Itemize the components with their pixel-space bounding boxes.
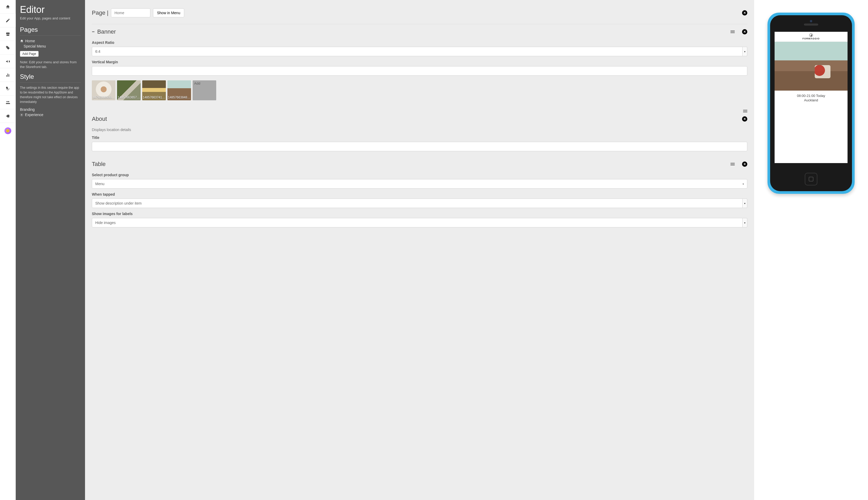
- show-images-label: Show images for labels: [92, 212, 747, 216]
- mic-icon: [5, 87, 10, 91]
- ticket-icon: [5, 45, 10, 50]
- home-icon: [20, 39, 24, 43]
- edit-icon: [5, 18, 10, 23]
- product-group-label: Select product group: [92, 173, 747, 177]
- caret-down-icon: ▾: [742, 182, 744, 185]
- banner-add-button[interactable]: Add: [192, 80, 216, 100]
- aspect-ratio-select[interactable]: 6:4 ▾: [92, 47, 747, 56]
- drag-handle[interactable]: [730, 163, 735, 166]
- chevron-down-icon: ▾: [742, 47, 747, 56]
- section-close-button[interactable]: ✕: [742, 29, 747, 34]
- store-icon: [5, 32, 10, 36]
- users-icon: [5, 100, 10, 105]
- add-page-button[interactable]: Add Page: [20, 51, 38, 57]
- svg-point-0: [21, 114, 22, 115]
- sidebar: Editor Edit your App, pages and content …: [16, 0, 85, 500]
- phone-frame: FORMAGGIO 08:00-21:00 Today Auckland: [767, 13, 855, 194]
- nav-announce[interactable]: [0, 55, 16, 68]
- avatar-icon: 🙂: [4, 127, 11, 134]
- brand-name: FORMAGGIO: [802, 37, 820, 40]
- phone-camera: [810, 20, 812, 22]
- nav-editor[interactable]: [0, 14, 16, 27]
- section-header-table: Table ✕: [92, 159, 747, 169]
- brand-logo-icon: [809, 33, 813, 37]
- product-group-select[interactable]: Menu ▾: [92, 179, 747, 189]
- section-close-button[interactable]: ✕: [742, 116, 747, 122]
- drag-handle[interactable]: [730, 31, 735, 33]
- page-item-special-menu[interactable]: Special Menu: [20, 44, 81, 49]
- style-link-label: Branding: [20, 107, 35, 112]
- chevron-down-icon: ▾: [742, 218, 747, 227]
- nav-mic[interactable]: [0, 82, 16, 95]
- plug-icon: [5, 114, 10, 118]
- thumb-id: 14857663848189: [168, 95, 190, 99]
- thumb-id: 14792008930719: [92, 95, 115, 99]
- nav-users[interactable]: [0, 95, 16, 109]
- when-tapped-select[interactable]: Show description under item ▾: [92, 198, 747, 208]
- banner-thumb[interactable]: 14857663848189: [167, 80, 191, 100]
- vertical-margin-label: Vertical Margin: [92, 60, 747, 64]
- chevron-down-icon: ▾: [742, 198, 747, 208]
- nav-storefront[interactable]: [0, 27, 16, 41]
- nav-coupons[interactable]: [0, 41, 16, 55]
- home-square-icon: [809, 177, 813, 181]
- preview-pane: FORMAGGIO 08:00-21:00 Today Auckland: [754, 0, 868, 500]
- phone-speaker: [804, 24, 818, 25]
- preview-hours: 08:00-21:00 Today: [775, 94, 847, 98]
- page-item-home[interactable]: Home: [20, 38, 81, 44]
- about-title-input[interactable]: [92, 142, 747, 151]
- preview-city: Auckland: [775, 98, 847, 102]
- section-title: Table: [92, 161, 106, 168]
- nav-analytics[interactable]: [0, 68, 16, 82]
- select-value: Show description under item: [92, 198, 742, 208]
- nav-profile[interactable]: 🙂: [0, 124, 16, 138]
- select-value: Hide images: [92, 218, 742, 227]
- section-header-banner: − Banner ✕: [92, 27, 747, 37]
- section-close-button[interactable]: ✕: [742, 161, 747, 167]
- preview-header: FORMAGGIO: [775, 32, 847, 42]
- page-name-input[interactable]: [111, 8, 150, 17]
- when-tapped-label: When tapped: [92, 192, 747, 196]
- nav-home[interactable]: [0, 0, 16, 14]
- nav-rail: 🙂: [0, 0, 16, 500]
- section-title: About: [92, 115, 107, 122]
- style-heading: Style: [20, 73, 81, 83]
- page-item-label: Special Menu: [24, 44, 46, 48]
- home-icon: [5, 4, 10, 9]
- vertical-margin-input[interactable]: [92, 66, 747, 76]
- svg-line-8: [23, 114, 23, 114]
- style-experience[interactable]: Experience: [20, 112, 81, 117]
- page-label: Page |: [92, 10, 108, 16]
- style-link-label: Experience: [25, 113, 43, 117]
- thumb-id: 14857663741819: [143, 95, 165, 99]
- preview-hero-image: [775, 42, 847, 91]
- pages-heading: Pages: [20, 26, 81, 36]
- close-icon: ✕: [742, 116, 747, 122]
- svg-line-6: [23, 116, 23, 116]
- banner-thumb[interactable]: 14857663657519: [117, 80, 141, 100]
- drag-handle[interactable]: [743, 110, 747, 112]
- page-header-row: Page | Show in Menu ✕: [92, 5, 747, 22]
- sidebar-title: Editor: [20, 4, 81, 15]
- phone-screen: FORMAGGIO 08:00-21:00 Today Auckland: [775, 32, 847, 163]
- select-value: Menu: [95, 182, 104, 186]
- about-title-label: Title: [92, 136, 747, 140]
- style-branding[interactable]: Branding: [20, 107, 81, 112]
- show-images-select[interactable]: Hide images ▾: [92, 218, 747, 227]
- phone-home-button[interactable]: [805, 173, 817, 185]
- banner-thumb[interactable]: 14857663741819: [142, 80, 166, 100]
- thumb-id: 14857663657519: [118, 95, 140, 99]
- close-icon: ✕: [742, 10, 747, 15]
- add-label: Add: [194, 81, 200, 86]
- select-value: 6:4: [92, 47, 742, 56]
- bullhorn-icon: [5, 59, 10, 64]
- collapse-toggle[interactable]: −: [92, 29, 95, 35]
- banner-thumb[interactable]: 14792008930719: [92, 80, 116, 100]
- section-drag-row: [92, 108, 747, 114]
- show-in-menu-button[interactable]: Show in Menu: [153, 8, 184, 17]
- section-title: Banner: [97, 29, 116, 35]
- chart-icon: [5, 73, 10, 78]
- aspect-ratio-label: Aspect Ratio: [92, 41, 747, 45]
- page-close-button[interactable]: ✕: [742, 10, 747, 15]
- nav-plug[interactable]: [0, 109, 16, 123]
